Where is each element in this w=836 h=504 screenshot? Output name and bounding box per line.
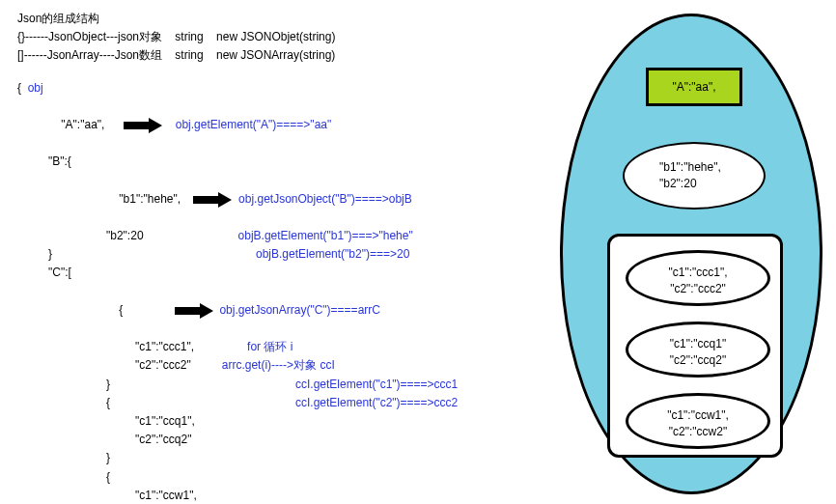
a-box: "A":"aa",: [646, 68, 742, 106]
line-b1: "b1":"hehe", obj.getJsonObject("B")====>…: [106, 172, 558, 228]
line-item1-open: { obj.getJsonArray("C")====arrC: [106, 283, 558, 339]
c2-line1: "c1":"ccq1": [628, 336, 767, 352]
b-line2: "b2":20: [659, 176, 764, 192]
outer-ellipse: "A":"aa", "b1":"hehe", "b2":20 "c1":"ccc…: [560, 14, 822, 494]
header-line-2: []------JsonArray----Json数组 string new J…: [17, 46, 558, 65]
line-item2-open: {: [106, 394, 110, 412]
brace-open: { obj: [17, 79, 558, 98]
line-item1-close: }: [106, 376, 110, 394]
row-item1-close: } ccI.getElement("c1")====>ccc1: [17, 376, 558, 394]
line-b2-row: "b2":20 objB.getElement("b1")===>"hehe": [17, 227, 558, 245]
c-item-3: "c1":"ccw1", "c2":"ccw2": [626, 393, 770, 449]
line-c1b: "c1":"ccq1",: [135, 412, 558, 431]
annot-c1: obj.getJsonArray("C")====arrC: [219, 303, 380, 317]
diagram-panel: "A":"aa", "b1":"hehe", "b2":20 "c1":"ccc…: [560, 14, 826, 496]
c-container: "c1":"ccc1", "c2":"ccc2" "c1":"ccq1" "c2…: [607, 234, 783, 458]
c1-line1: "c1":"ccc1",: [628, 265, 767, 281]
line-c1a: "c1":"ccc1",: [135, 338, 194, 356]
line-item3-open: {: [106, 468, 558, 487]
c-item-2: "c1":"ccq1" "c2":"ccq2": [626, 322, 770, 378]
line-b-open: "B":{: [48, 153, 558, 171]
obj-label: obj: [28, 81, 43, 95]
c3-line2: "c2":"ccw2": [628, 424, 767, 440]
arrow-icon: [124, 119, 162, 132]
c1-line2: "c2":"ccc2": [628, 281, 767, 297]
annot-c5: ccI.getElement("c2")====>ccc2: [295, 394, 458, 412]
annot-c3: arrc.get(i)---->对象 ccI: [222, 356, 335, 375]
header-line-1: {}------JsonObject---json对象 string new J…: [17, 28, 558, 46]
line-c2a: "c2":"ccc2": [135, 356, 191, 375]
arrow-icon: [193, 193, 232, 207]
c2-line2: "c2":"ccq2": [628, 352, 767, 369]
line-c-open: "C":[: [48, 264, 558, 282]
line-c2b: "c2":"ccq2": [135, 431, 558, 449]
annot-b3: objB.getElement("b2")===>20: [256, 245, 409, 264]
line-b2: "b2":20: [106, 227, 144, 245]
line-item2-close: }: [106, 449, 558, 467]
row-c1a: "c1":"ccc1", for 循环 i: [17, 338, 558, 356]
line-b-close: }: [48, 245, 52, 264]
annot-a: obj.getElement("A")====>"aa": [176, 118, 331, 131]
line-bclose-row: } objB.getElement("b2")===>20: [17, 245, 558, 264]
annot-b1: obj.getJsonObject("B")====>objB: [238, 192, 412, 206]
row-c2a: "c2":"ccc2" arrc.get(i)---->对象 ccI: [17, 356, 558, 375]
annot-b2: objB.getElement("b1")===>"hehe": [238, 227, 413, 245]
c3-line1: "c1":"ccw1",: [628, 407, 767, 424]
line-a: "A":"aa", obj.getElement("A")====>"aa": [48, 98, 558, 154]
left-panel: Json的组成结构 {}------JsonObject---json对象 st…: [17, 10, 558, 504]
arrow-icon: [175, 304, 213, 318]
annot-c4: ccI.getElement("c1")====>ccc1: [295, 376, 458, 394]
row-item2-open: { ccI.getElement("c2")====>ccc2: [17, 394, 558, 412]
header-title: Json的组成结构: [17, 10, 558, 28]
c-item-1: "c1":"ccc1", "c2":"ccc2": [626, 250, 770, 306]
annot-c2: for 循环 i: [247, 338, 293, 356]
b-line1: "b1":"hehe",: [659, 159, 764, 176]
line-c1c: "c1":"ccw1",: [135, 487, 558, 504]
b-ellipse: "b1":"hehe", "b2":20: [623, 142, 766, 210]
